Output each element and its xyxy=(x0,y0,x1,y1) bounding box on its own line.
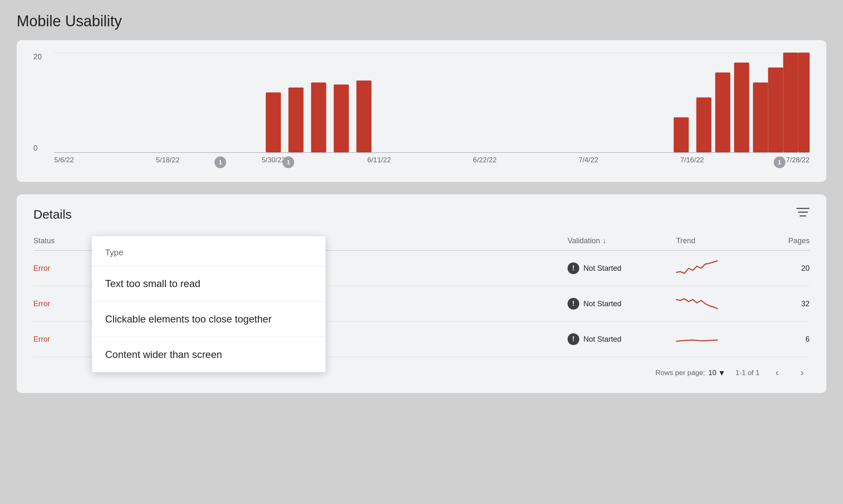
x-label-7: 7/28/22 xyxy=(786,156,810,164)
chart-svg xyxy=(54,53,810,152)
details-header: Details xyxy=(33,207,810,222)
svg-rect-14 xyxy=(798,212,808,213)
x-label-4: 6/22/22 xyxy=(473,156,497,164)
row2-trend xyxy=(676,295,760,312)
pagination-label: 1-1 of 1 xyxy=(735,369,760,377)
svg-rect-8 xyxy=(734,63,749,152)
row2-validation-text: Not Started xyxy=(583,300,621,308)
prev-page-button[interactable]: ‹ xyxy=(770,365,785,381)
row1-validation-cell: ! Not Started xyxy=(568,262,676,274)
dropdown-header: Type xyxy=(92,236,326,266)
col-trend: Trend xyxy=(676,237,760,245)
dropdown-item-0[interactable]: Text too small to read xyxy=(92,266,326,302)
chart-area: 1 1 1 xyxy=(54,53,810,153)
svg-rect-10 xyxy=(768,68,783,152)
svg-rect-0 xyxy=(266,93,281,152)
row1-validation-icon: ! xyxy=(568,262,579,274)
rows-select[interactable]: 10 ▼ xyxy=(709,369,726,378)
svg-rect-13 xyxy=(796,208,810,209)
type-dropdown: Type Text too small to read Clickable el… xyxy=(92,236,326,372)
svg-rect-1 xyxy=(288,88,303,152)
row2-pages: 32 xyxy=(760,300,810,308)
row1-validation-text: Not Started xyxy=(583,264,621,273)
rows-per-page: Rows per page: 10 ▼ xyxy=(656,369,726,378)
next-page-button[interactable]: › xyxy=(795,365,810,381)
svg-rect-7 xyxy=(715,73,730,152)
row3-validation-cell: ! Not Started xyxy=(568,333,676,345)
svg-rect-15 xyxy=(800,215,806,217)
x-label-0: 5/6/22 xyxy=(54,156,74,164)
row3-validation-text: Not Started xyxy=(583,335,621,344)
svg-rect-2 xyxy=(311,83,326,152)
svg-rect-12 xyxy=(798,53,810,152)
dropdown-item-1[interactable]: Clickable elements too close together xyxy=(92,302,326,337)
rows-per-page-value: 10 xyxy=(709,369,717,377)
row2-validation-icon: ! xyxy=(568,298,579,310)
rows-per-page-label: Rows per page: xyxy=(656,369,705,377)
chart-card: 20 0 xyxy=(17,40,826,182)
col-pages: Pages xyxy=(760,237,810,245)
chart-marker-3: 1 xyxy=(774,156,785,168)
chart-y-labels: 20 0 xyxy=(33,53,42,153)
chart-marker-1: 1 xyxy=(215,156,226,168)
chart-marker-2: 1 xyxy=(283,156,294,168)
details-card: Details Status Type Validation ↓ Trend P… xyxy=(17,194,826,393)
page-title: Mobile Usability xyxy=(17,13,826,30)
svg-rect-11 xyxy=(783,53,798,152)
row1-pages: 20 xyxy=(760,264,810,273)
x-label-6: 7/16/22 xyxy=(680,156,704,164)
svg-rect-3 xyxy=(334,84,349,152)
x-label-5: 7/4/22 xyxy=(578,156,598,164)
details-title: Details xyxy=(33,207,72,222)
rows-dropdown-icon[interactable]: ▼ xyxy=(718,369,726,378)
col-validation: Validation ↓ xyxy=(568,237,676,245)
svg-rect-9 xyxy=(753,83,768,152)
filter-icon[interactable] xyxy=(796,207,810,222)
chart-x-labels: 5/6/22 5/18/22 5/30/22 6/11/22 6/22/22 7… xyxy=(54,153,810,164)
svg-rect-6 xyxy=(697,98,712,152)
chart-container: 20 0 xyxy=(33,53,810,169)
x-label-2: 5/30/22 xyxy=(262,156,285,164)
svg-rect-4 xyxy=(356,81,371,152)
dropdown-item-2[interactable]: Content wider than screen xyxy=(92,337,326,372)
svg-rect-5 xyxy=(674,117,689,152)
row3-validation-icon: ! xyxy=(568,333,579,345)
row3-trend xyxy=(676,331,760,348)
row1-trend xyxy=(676,260,760,277)
row3-pages: 6 xyxy=(760,335,810,344)
sort-icon[interactable]: ↓ xyxy=(603,237,606,245)
x-label-3: 6/11/22 xyxy=(367,156,391,164)
y-label-20: 20 xyxy=(33,53,42,61)
x-label-1: 5/18/22 xyxy=(156,156,180,164)
row2-validation-cell: ! Not Started xyxy=(568,298,676,310)
y-label-0: 0 xyxy=(33,144,42,153)
